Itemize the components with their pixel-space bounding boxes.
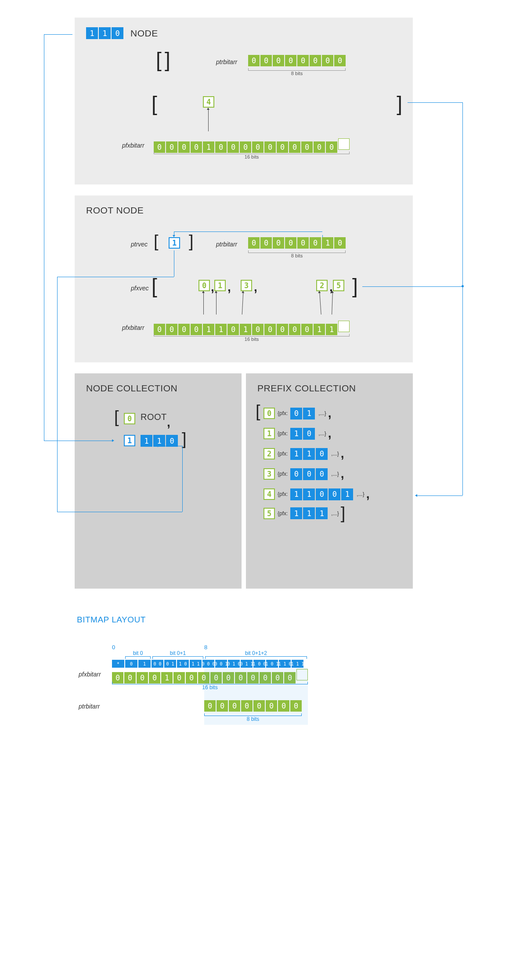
nodecol-title: NODE COLLECTION	[86, 383, 230, 394]
pfxcol-row: 0{pfx:01,...},	[264, 406, 369, 420]
bit-cell: 0	[303, 468, 315, 480]
bitmap-header-cell: 1	[138, 660, 151, 668]
marker-8: 8	[204, 644, 207, 651]
pfx-open-label: {pfx:	[278, 491, 288, 497]
bitmap-header-cell: 1 1	[190, 660, 202, 668]
pfx-open-label: {pfx:	[278, 451, 288, 457]
pfxvec-label: pfxvec	[131, 285, 148, 292]
pfxvec-2: 3	[241, 280, 252, 291]
nodecol-idx-0: 0	[124, 413, 135, 424]
nodecol-root-label: ROOT	[141, 412, 167, 422]
bitmap-header-cell: *	[112, 660, 124, 668]
pfxcol-row: 1{pfx:10,...},	[264, 427, 369, 441]
bl-pfxbitarr-label: pfxbitarr	[79, 671, 101, 678]
connector-pfx-node	[408, 102, 462, 103]
bit-cell: 0	[297, 55, 309, 66]
root-ptrbitarr-label: ptrbitarr	[216, 241, 237, 248]
pfx-open-label: {pfx:	[278, 410, 288, 416]
bit-cell: 1	[303, 488, 315, 500]
pfxbitarr-width-1: 16 bits	[154, 154, 350, 159]
bit-cell: 0	[273, 237, 284, 249]
pfxcol-row: 4{pfx:11001,...},	[264, 487, 369, 501]
bitmap-header-cell: 1 1 0	[279, 660, 291, 668]
pfx-close-label: ,...}	[331, 451, 339, 457]
node-title: NODE	[130, 28, 158, 39]
pfx-close-label: ,...}	[318, 410, 326, 416]
connector-node	[44, 34, 72, 35]
bit-cell: 0	[290, 408, 302, 419]
bitmap-header-cell: 1 0	[177, 660, 189, 668]
bl-pfxbitarr-width: 16 bits	[112, 684, 308, 691]
pfx-close-label: ,...}	[357, 491, 364, 497]
bitmap-header-cell: 0 0 0	[202, 660, 214, 668]
bit-cell: 0	[334, 237, 346, 249]
bit-cell: 0	[217, 700, 228, 712]
bit-cell: 1	[99, 27, 111, 39]
pfxvec-0: 0	[199, 280, 210, 291]
bitmap-title: BITMAP LAYOUT	[77, 615, 411, 625]
node-collection-panel: NODE COLLECTION [ 0 ROOT , 1 110 ]	[75, 373, 242, 589]
pfxvec-3: 2	[316, 280, 328, 291]
bit-cell: 0	[310, 237, 321, 249]
ptrbitarr-label: ptrbitarr	[216, 58, 237, 65]
bit-cell: 0	[328, 488, 340, 500]
pfxvec-4: 5	[333, 280, 344, 291]
bitmap-header-cell: 0	[125, 660, 137, 668]
bit-cell: 0	[260, 55, 272, 66]
bit-cell: 1	[290, 507, 302, 519]
bit-cell: 0	[278, 700, 289, 712]
bit-cell: 0	[229, 700, 240, 712]
bitmap-header-cell: 0 0 1	[215, 660, 227, 668]
node-panel: 110 NODE [ ] ptrbitarr 00000000 8 bits […	[75, 18, 413, 184]
bit-cell-empty	[296, 669, 308, 680]
root-pfxbitarr-label: pfxbitarr	[122, 324, 144, 331]
group-2: bit 0+1+2	[205, 650, 307, 656]
pfxcol-index: 5	[264, 508, 275, 519]
bit-cell: 0	[316, 488, 328, 500]
pfxcol-index: 0	[264, 408, 275, 419]
bit-cell: 0	[290, 468, 302, 480]
bitmap-header-cell: 1 0 1	[266, 660, 278, 668]
prefix-collection-panel: PREFIX COLLECTION [ 0{pfx:01,...},1{pfx:…	[246, 373, 413, 589]
connector-ptrvec	[174, 250, 174, 277]
root-ptrbitarr-width: 8 bits	[248, 253, 346, 258]
bit-cell: 0	[266, 700, 277, 712]
ptrbitarr-width: 8 bits	[248, 71, 346, 76]
bit-cell: 0	[285, 237, 296, 249]
bit-cell: 1	[303, 408, 315, 419]
bit-cell: 1	[153, 435, 165, 447]
pfxcol-index: 4	[264, 488, 275, 500]
bit-cell: 0	[285, 55, 296, 66]
pfx-close-label: ,...}	[318, 430, 326, 437]
pfx-open-label: {pfx:	[278, 510, 288, 517]
bitmap-header-cell: 0 1	[164, 660, 176, 668]
ptrvec-label: ptrvec	[131, 241, 148, 248]
bit-cell: 0	[310, 55, 321, 66]
root-title: ROOT NODE	[86, 205, 401, 216]
pfxcol-index: 1	[264, 428, 275, 439]
root-pfxbitarr-width: 16 bits	[154, 336, 350, 342]
pfx-close-label: ,...}	[331, 510, 339, 517]
bitmap-header-cell: 0 1 0	[228, 660, 240, 668]
bit-cell: 1	[290, 488, 302, 500]
pfxcol-row: 3{pfx:000,...},	[264, 467, 369, 481]
bit-cell: 0	[303, 428, 315, 440]
bit-cell: 0	[273, 55, 284, 66]
ptrvec-cell: 1	[169, 237, 180, 249]
connector-pfx-root	[362, 286, 463, 287]
pfxvec-cell: 4	[203, 96, 214, 108]
bit-cell: 0	[316, 468, 328, 480]
bit-cell: 1	[303, 448, 315, 460]
pfxcol-index: 3	[264, 468, 275, 480]
group-0: bit 0	[125, 650, 151, 656]
bit-cell: 0	[334, 55, 346, 66]
bit-cell: 1	[290, 428, 302, 440]
bitmap-header-cell: 0 1 1	[241, 660, 253, 668]
pfxcol-row: 2{pfx:110,...},	[264, 447, 369, 461]
bit-cell: 1	[290, 448, 302, 460]
pfxcol-row: 5{pfx:111,...}]	[264, 507, 369, 519]
bl-ptrbitarr-width: 8 bits	[204, 716, 302, 722]
pfxvec-1: 1	[214, 280, 226, 291]
group-1: bit 0+1	[152, 650, 203, 656]
bit-cell: 1	[341, 488, 353, 500]
